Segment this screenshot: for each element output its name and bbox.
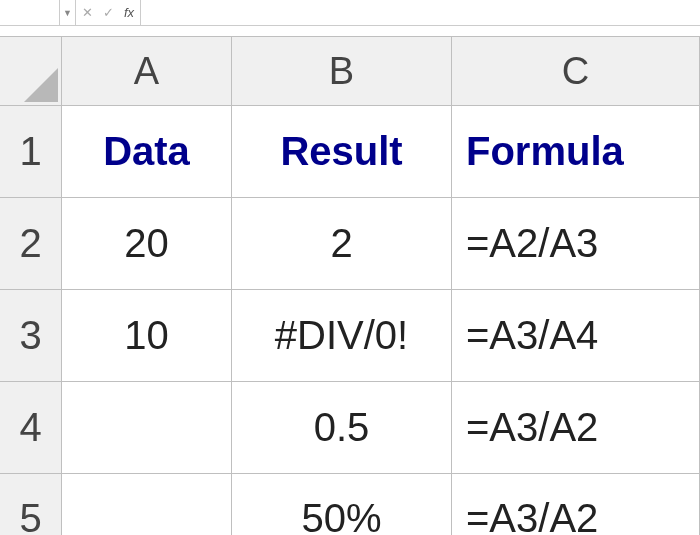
name-box[interactable]	[0, 0, 60, 25]
formula-input[interactable]	[141, 0, 700, 25]
column-header-A[interactable]: A	[62, 36, 232, 106]
spreadsheet-grid: A B C 1 Data Result Formula 2 20 2 =A2/A…	[0, 36, 700, 535]
select-all-cell[interactable]	[0, 36, 62, 106]
cell-A4[interactable]	[62, 382, 232, 474]
formula-bar: ▼ ✕ ✓ fx	[0, 0, 700, 26]
cell-B4[interactable]: 0.5	[232, 382, 452, 474]
name-box-dropdown[interactable]: ▼	[60, 0, 76, 25]
row-header-5[interactable]: 5	[0, 474, 62, 535]
column-header-C[interactable]: C	[452, 36, 700, 106]
cell-C1[interactable]: Formula	[452, 106, 700, 198]
cell-A3[interactable]: 10	[62, 290, 232, 382]
enter-icon[interactable]: ✓	[103, 5, 114, 20]
column-header-B[interactable]: B	[232, 36, 452, 106]
gap	[0, 26, 700, 36]
row-header-2[interactable]: 2	[0, 198, 62, 290]
row-header-4[interactable]: 4	[0, 382, 62, 474]
cell-C2[interactable]: =A2/A3	[452, 198, 700, 290]
formula-bar-buttons: ✕ ✓ fx	[76, 0, 141, 25]
fx-icon[interactable]: fx	[124, 5, 134, 20]
cell-A5[interactable]	[62, 474, 232, 535]
cell-C3[interactable]: =A3/A4	[452, 290, 700, 382]
cell-B3[interactable]: #DIV/0!	[232, 290, 452, 382]
row-header-3[interactable]: 3	[0, 290, 62, 382]
cell-B1[interactable]: Result	[232, 106, 452, 198]
cell-C5[interactable]: =A3/A2	[452, 474, 700, 535]
cell-A2[interactable]: 20	[62, 198, 232, 290]
cell-A1[interactable]: Data	[62, 106, 232, 198]
cell-C4[interactable]: =A3/A2	[452, 382, 700, 474]
cell-B2[interactable]: 2	[232, 198, 452, 290]
cancel-icon[interactable]: ✕	[82, 5, 93, 20]
row-header-1[interactable]: 1	[0, 106, 62, 198]
cell-B5[interactable]: 50%	[232, 474, 452, 535]
